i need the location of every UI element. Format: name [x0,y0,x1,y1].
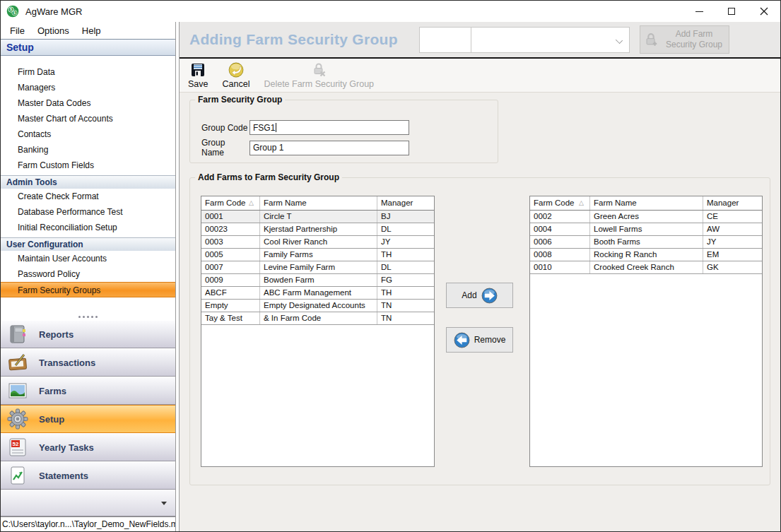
close-button[interactable] [748,1,780,22]
cell-farm-name: Circle T [260,211,377,223]
sidebar-item-master-data-codes[interactable]: Master Data Codes [1,95,175,111]
table-row[interactable]: 0006 Booth Farms JY [530,236,762,249]
table-row[interactable]: 0002 Green Acres CE [530,211,762,223]
add-farm-security-group-button[interactable]: Add Farm Security Group [640,25,729,54]
sidebar-item-database-performance-test[interactable]: Database Performance Test [1,204,175,220]
sidebar-item-maintain-user-accounts[interactable]: Maintain User Accounts [1,251,175,266]
close-icon [760,7,768,16]
cell-manager: TH [377,249,434,261]
nav-button-farms[interactable]: Farms [1,377,175,405]
sidebar-item-create-check-format[interactable]: Create Check Format [1,189,175,204]
sidebar-item-banking[interactable]: Banking [1,142,175,158]
cell-farm-code: 0009 [201,274,260,286]
menu-options[interactable]: Options [31,24,76,37]
column-header-farm-name[interactable]: Farm Name [260,196,377,210]
gear-icon [6,408,29,430]
table-row[interactable]: 0001 Circle T BJ [201,211,434,223]
splitter-handle[interactable] [1,314,175,320]
menu-bar: File Options Help [1,22,175,39]
maximize-icon [728,8,735,15]
sort-ascending-icon: △ [579,199,584,206]
table-row[interactable]: 0004 Lowell Farms AW [530,223,762,236]
lock-plus-icon [643,32,659,47]
cell-manager: AW [703,223,762,235]
column-label: Manager [381,199,413,207]
cell-farm-code: Empty [201,300,260,312]
column-header-farm-name[interactable]: Farm Name [590,196,703,210]
sidebar-item-firm-data[interactable]: Firm Data [1,64,175,80]
menu-help[interactable]: Help [76,24,107,37]
status-bar: C:\Users\taylor.n...\Taylor_Demo_NewFiel… [1,516,175,531]
nav-button-reports[interactable]: Reports [1,320,175,348]
sidebar-nav-buttons: Reports Transactions [1,320,175,490]
column-header-manager[interactable]: Manager [703,196,762,210]
table-row[interactable]: 0005 Family Farms TH [201,249,434,261]
cell-farm-code: 0001 [201,211,260,223]
menu-file[interactable]: File [4,24,31,37]
nav-button-setup[interactable]: Setup [1,405,175,433]
maximize-button[interactable] [715,1,748,22]
table-row[interactable]: Tay & Test & In Farm Code TN [201,312,434,325]
nav-button-statements[interactable]: Statements [1,461,175,490]
cell-farm-code: 0002 [530,211,590,223]
table-row[interactable]: 0007 Levine Family Farm DL [201,261,434,274]
cell-manager: TN [377,300,434,312]
save-button[interactable]: Save [188,61,209,89]
group-code-input[interactable]: FSG1 [249,120,409,135]
add-button[interactable]: Add [446,283,513,308]
table-row[interactable]: ABCF ABC Farm Management TH [201,287,434,300]
table-row[interactable]: 0009 Bowden Farm FG [201,274,434,287]
sidebar-item-contacts[interactable]: Contacts [1,126,175,142]
arrow-right-icon [481,288,498,304]
group-code-quick-input[interactable] [419,27,471,53]
book-icon [6,323,29,345]
table-row[interactable]: Empty Empty Designated Accounts TN [201,300,434,312]
add-button-label: Add [462,290,476,300]
security-group-select[interactable] [471,27,630,53]
delete-farm-security-group-button[interactable]: Delete Farm Security Group [264,61,374,89]
sidebar-item-farm-custom-fields[interactable]: Farm Custom Fields [1,158,175,173]
cancel-label: Cancel [223,79,250,89]
section-header-admin-tools: Admin Tools [1,175,175,189]
sidebar-item-managers[interactable]: Managers [1,80,175,95]
sidebar-item-password-policy[interactable]: Password Policy [1,266,175,282]
group-code-value: FSG1 [253,123,275,133]
svg-text:$: $ [10,7,12,11]
sidebar-item-initial-reconciliation-setup[interactable]: Initial Reconciliation Setup [1,220,175,235]
sidebar-panel-header: Setup [1,39,175,56]
cell-farm-name: ABC Farm Management [260,287,377,299]
cancel-button[interactable]: Cancel [223,61,250,89]
group-name-input[interactable]: Group 1 [249,141,409,155]
cell-manager: CE [703,211,762,223]
cell-farm-name: Kjerstad Partnership [260,223,377,235]
table-row[interactable]: 0008 Rocking R Ranch EM [530,249,762,261]
cell-manager: GK [703,261,762,273]
table-row[interactable]: 0003 Cool River Ranch JY [201,236,434,249]
text-cursor [276,123,276,132]
cell-farm-code: 0006 [530,236,590,248]
cell-farm-name: Booth Farms [590,236,703,248]
add-farms-group-box: Add Farms to Farm Security Group Farm Co… [189,177,770,485]
nav-button-yearly-tasks[interactable]: 52 Yearly Tasks [1,433,175,461]
nav-button-transactions[interactable]: Transactions [1,348,175,377]
nav-button-label: Reports [39,329,74,340]
nav-button-label: Transactions [39,357,95,368]
cell-farm-code: 0005 [201,249,260,261]
sidebar-item-farm-security-groups[interactable]: Farm Security Groups [1,282,175,297]
table-row[interactable]: 00023 Kjerstad Partnership DL [201,223,434,236]
chevron-down-icon[interactable] [161,502,167,505]
cell-farm-code: 0004 [530,223,590,235]
column-header-manager[interactable]: Manager [377,196,434,210]
table-row[interactable]: 0010 Crooked Creek Ranch GK [530,261,762,274]
cell-farm-name: Cool River Ranch [260,236,377,248]
cell-manager: EM [703,249,762,261]
column-header-farm-code[interactable]: Farm Code △ [530,196,590,210]
cell-farm-code: 00023 [201,223,260,235]
nav-button-label: Statements [39,471,88,481]
remove-button[interactable]: Remove [446,327,513,353]
cell-farm-code: ABCF [201,287,260,299]
minimize-button[interactable] [683,1,715,22]
sidebar-item-master-chart-of-accounts[interactable]: Master Chart of Accounts [1,111,175,126]
column-header-farm-code[interactable]: Farm Code △ [201,196,260,210]
undo-icon [228,61,245,78]
